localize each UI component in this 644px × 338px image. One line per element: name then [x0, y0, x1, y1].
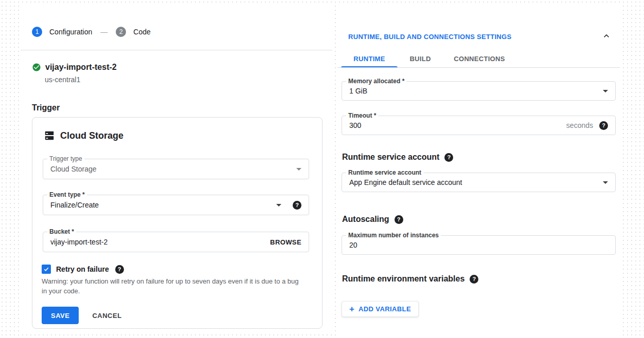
bucket-input[interactable]	[50, 238, 270, 246]
retry-on-failure-row: Retry on failure ?	[42, 265, 124, 274]
chevron-down-icon	[276, 204, 281, 206]
timeout-label: Timeout *	[346, 112, 378, 119]
service-account-label: Runtime service account	[346, 169, 423, 176]
plus-icon: +	[349, 305, 354, 313]
function-name: vijay-import-test-2	[45, 63, 117, 72]
chevron-down-icon	[603, 90, 608, 92]
max-instances-field: Maximum number of instances	[342, 235, 616, 255]
cancel-button[interactable]: CANCEL	[92, 312, 121, 320]
configuration-panel: 1 Configuration — 2 Code vijay-import-te…	[21, 5, 332, 331]
settings-section-toggle[interactable]: RUNTIME, BUILD AND CONNECTIONS SETTINGS	[348, 33, 511, 41]
settings-tabs: RUNTIME BUILD CONNECTIONS	[341, 49, 516, 68]
wizard-stepper: 1 Configuration — 2 Code	[32, 27, 151, 37]
trigger-card: Cloud Storage Trigger type Cloud Storage…	[32, 117, 323, 329]
timeout-help-icon[interactable]: ?	[599, 121, 608, 130]
tabs-divider	[337, 67, 620, 68]
trigger-card-title-row: Cloud Storage	[44, 130, 123, 141]
add-variable-button[interactable]: + ADD VARIABLE	[342, 301, 419, 317]
autoscaling-help-icon[interactable]: ?	[395, 215, 403, 224]
add-variable-label: ADD VARIABLE	[359, 305, 411, 313]
service-account-help-icon[interactable]: ?	[444, 153, 453, 162]
service-account-select[interactable]: Runtime service account App Engine defau…	[342, 173, 616, 192]
memory-allocated-value: 1 GiB	[349, 87, 603, 95]
step-1-label[interactable]: Configuration	[49, 28, 92, 36]
event-type-value: Finalize/Create	[50, 201, 276, 209]
env-vars-heading: Runtime environment variables	[342, 274, 464, 284]
cloud-storage-icon	[44, 130, 55, 141]
step-separator: —	[100, 28, 108, 36]
event-type-help-icon[interactable]: ?	[293, 201, 301, 210]
timeout-unit-suffix: seconds	[566, 121, 593, 129]
step-2-circle[interactable]: 2	[116, 27, 126, 37]
service-account-value: App Engine default service account	[349, 178, 603, 186]
max-instances-input[interactable]	[349, 241, 608, 249]
event-type-select[interactable]: Event type * Finalize/Create ?	[43, 195, 309, 215]
max-instances-label: Maximum number of instances	[346, 232, 441, 239]
event-type-label: Event type *	[47, 191, 87, 198]
stepper-divider	[21, 50, 332, 50]
chevron-down-icon	[603, 181, 608, 184]
save-button[interactable]: SAVE	[42, 307, 79, 324]
autoscaling-heading: Autoscaling	[342, 215, 389, 224]
service-account-heading-row: Runtime service account ?	[342, 153, 453, 162]
retry-checkbox[interactable]	[42, 265, 51, 274]
form-actions: SAVE CANCEL	[42, 307, 122, 324]
function-title-row: vijay-import-test-2	[32, 63, 117, 72]
browse-button[interactable]: BROWSE	[270, 238, 301, 246]
chevron-up-icon[interactable]	[601, 31, 612, 41]
env-vars-help-icon[interactable]: ?	[470, 275, 478, 284]
step-2-label[interactable]: Code	[133, 28, 150, 36]
tab-runtime[interactable]: RUNTIME	[341, 49, 398, 68]
env-vars-heading-row: Runtime environment variables ?	[342, 274, 478, 284]
bucket-field: Bucket * BROWSE	[43, 232, 309, 252]
trigger-type-label: Trigger type	[47, 155, 84, 162]
service-account-heading: Runtime service account	[342, 153, 439, 162]
chevron-down-icon	[296, 168, 301, 171]
runtime-settings-panel: RUNTIME, BUILD AND CONNECTIONS SETTINGS …	[337, 5, 620, 338]
timeout-input[interactable]	[349, 121, 566, 129]
retry-label[interactable]: Retry on failure	[56, 265, 109, 273]
tab-build[interactable]: BUILD	[398, 49, 443, 68]
trigger-section-heading: Trigger	[32, 103, 60, 112]
trigger-card-title: Cloud Storage	[60, 130, 123, 141]
function-region: us-central1	[45, 76, 80, 84]
tab-connections[interactable]: CONNECTIONS	[443, 49, 516, 68]
bucket-label: Bucket *	[47, 228, 76, 235]
memory-allocated-select[interactable]: Memory allocated * 1 GiB	[342, 81, 616, 101]
autoscaling-heading-row: Autoscaling ?	[342, 215, 403, 224]
checkmark-icon	[43, 266, 49, 272]
timeout-field: Timeout * seconds ?	[342, 116, 616, 135]
memory-allocated-label: Memory allocated *	[346, 78, 406, 85]
success-check-icon	[32, 63, 41, 72]
trigger-type-select[interactable]: Trigger type Cloud Storage	[43, 159, 309, 179]
trigger-type-value: Cloud Storage	[50, 165, 296, 173]
retry-warning-text: Warning: your function will retry on fai…	[42, 277, 303, 296]
retry-help-icon[interactable]: ?	[115, 265, 124, 274]
step-1-circle[interactable]: 1	[32, 27, 42, 37]
